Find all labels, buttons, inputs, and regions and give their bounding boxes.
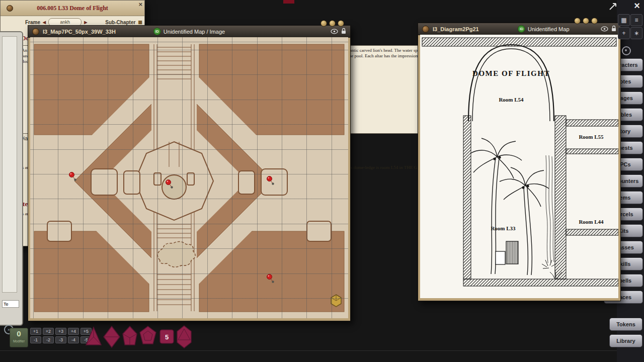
mod-minus3-button[interactable]: -3	[55, 336, 66, 343]
map-window-title: I3_Map7PC_50px_39W_33H	[43, 29, 116, 35]
id-icon: ID	[518, 25, 525, 33]
chat-log	[2, 36, 17, 293]
sidebar-item-tokens[interactable]: Tokens	[609, 318, 642, 331]
frame-prev-button[interactable]: ◀	[43, 20, 46, 25]
mod-plus4-button[interactable]: +4	[68, 328, 79, 335]
die-d10[interactable]	[123, 326, 137, 345]
story-window-titlebar[interactable]: 006.005 L33 Dome of Flight ×	[1, 1, 144, 16]
diagram-id-badge: ID Unidentified Map	[518, 25, 570, 33]
app-close-button[interactable]: ×	[634, 0, 640, 11]
dice-row: 5	[85, 324, 195, 350]
room-label-l55: Room L55	[579, 134, 604, 140]
subchapter-label: Sub-Chapter	[105, 20, 135, 25]
map-window-controls[interactable]	[320, 20, 344, 27]
room-label-l44: Room L44	[579, 219, 604, 225]
radar-icon[interactable]	[622, 46, 631, 55]
id-icon: ID	[153, 28, 161, 35]
mod-plus3-button[interactable]: +3	[55, 328, 66, 335]
map-canvas[interactable]	[30, 37, 348, 318]
map-pin[interactable]	[69, 172, 78, 182]
room-label-l54: Room L54	[499, 97, 524, 103]
chat-panel[interactable]	[0, 31, 23, 326]
map-window-titlebar[interactable]: I3_Map7PC_50px_39W_33H ID Unidentified M…	[28, 26, 350, 38]
mod-plus2-button[interactable]: +2	[43, 328, 54, 335]
star-tool-button[interactable]: ∗	[630, 27, 642, 39]
story-window-title: 006.005 L33 Dome of Flight	[37, 5, 108, 12]
modifier-value: 0	[10, 328, 28, 339]
mod-minus1-button[interactable]: -1	[30, 336, 41, 343]
diagram-window-controls[interactable]	[574, 18, 598, 24]
sidebar-bottom-stack: Tokens Library	[609, 318, 642, 351]
frame-label: Frame	[25, 20, 40, 25]
diagram-window-icon	[422, 26, 429, 33]
map-pin[interactable]	[267, 274, 276, 284]
pointer-icon[interactable]	[609, 2, 618, 13]
map-window-icon	[32, 28, 39, 35]
lock-icon[interactable]	[341, 27, 346, 36]
players-eye-icon[interactable]	[331, 27, 338, 36]
diagram-artwork: DOME OF FLIGHT Room L54 Room L55 Room L3…	[420, 35, 618, 298]
diagram-window-title: I3_Diagram2Pg21	[433, 26, 479, 32]
image-tools-button[interactable]	[331, 295, 341, 307]
diagram-canvas[interactable]: DOME OF FLIGHT Room L54 Room L55 Room L3…	[420, 35, 618, 298]
modifier-buttons: +1 +2 +3 +4 +5 -1 -2 -3 -4 -5	[30, 328, 92, 343]
grid-tool-button[interactable]: ▦	[618, 14, 630, 26]
modifier-label: Modifier	[10, 339, 28, 343]
top-right-toolbar: × ▦ ≡ + ∗	[604, 0, 644, 56]
dice-tray: × 0 Modifier +1 +2 +3 +4 +5 -1 -2 -3 -4 …	[0, 324, 221, 352]
sidebar-item-library[interactable]: Library	[609, 334, 642, 347]
mod-minus4-button[interactable]: -4	[68, 336, 79, 343]
story-close-button[interactable]: ×	[138, 1, 142, 8]
diagram-window-titlebar[interactable]: I3_Diagram2Pg21 ID Unidentified Map	[418, 23, 620, 35]
map-id-badge: ID Unidentified Map / Image	[153, 28, 225, 35]
die-d4[interactable]	[86, 327, 101, 345]
mod-plus1-button[interactable]: +1	[30, 328, 41, 335]
mod-minus2-button[interactable]: -2	[43, 336, 54, 343]
map-window: I3_Map7PC_50px_39W_33H ID Unidentified M…	[28, 25, 351, 321]
chat-input[interactable]	[2, 300, 19, 308]
frame-next-button[interactable]: ▶	[84, 20, 87, 25]
die-d12[interactable]	[140, 326, 156, 344]
diagram-badge-text: Unidentified Map	[528, 26, 570, 32]
subchapter-icon[interactable]: ▦	[138, 20, 142, 25]
menu-tool-button[interactable]: ≡	[630, 14, 642, 26]
map-pin[interactable]	[166, 179, 175, 190]
map-badge-text: Unidentified Map / Image	[164, 29, 225, 35]
die-d6[interactable]: 5	[160, 330, 174, 343]
modifier-box[interactable]: 0 Modifier	[10, 328, 28, 347]
diagram-heading: DOME OF FLIGHT	[472, 69, 550, 77]
map-pin[interactable]	[267, 176, 276, 186]
story-window-icon	[7, 5, 13, 12]
die-d8[interactable]	[104, 326, 120, 347]
desktop: Characters Notes Images Tables Story Que…	[0, 0, 644, 362]
diagram-window: I3_Diagram2Pg21 ID Unidentified Map	[418, 23, 621, 301]
top-tab[interactable]	[283, 0, 294, 4]
plus-tool-button[interactable]: +	[618, 27, 630, 39]
die-d6-value: 5	[165, 333, 169, 341]
die-d20[interactable]	[177, 326, 191, 348]
room-label-l33: Room L33	[491, 225, 516, 231]
